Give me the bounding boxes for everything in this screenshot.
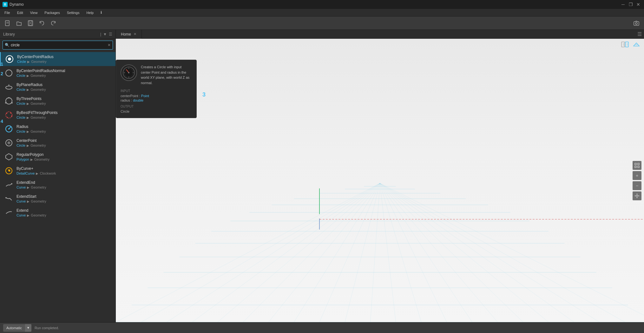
svg-line-68 [380,183,447,322]
result-name: Radius [16,124,46,129]
library-title: Library [3,32,15,37]
list-item[interactable]: ByBestFitThroughPoints Circle ▶ Geometry [0,108,115,122]
list-item[interactable]: RegularPolygon Polygon ▶ Geometry [0,150,115,164]
menu-view[interactable]: View [27,10,41,15]
result-info: Extend Curve ▶ Geometry [16,208,46,217]
result-icon [5,55,14,63]
result-icon [4,166,13,175]
list-item[interactable]: Extend Curve ▶ Geometry [0,206,115,220]
restore-button[interactable]: ❐ [628,1,634,8]
result-name: ByThreePoints [16,97,46,101]
svg-rect-6 [634,22,639,25]
menu-file[interactable]: File [1,10,13,15]
result-category: Circle ▶ Geometry [16,143,46,147]
filter-arrow-icon[interactable]: ▼ [103,32,107,37]
list-item[interactable]: ByThreePoints Circle ▶ Geometry [0,94,115,108]
zoom-out-button[interactable]: − [633,181,641,190]
result-info: CenterPoint Circle ▶ Geometry [16,138,46,147]
grid-3d: .grid-line { stroke: #5bc8e8; stroke-wid… [116,110,644,322]
menu-packages[interactable]: Packages [41,10,63,15]
svg-line-67 [380,183,421,322]
svg-point-16 [11,102,13,103]
category-link[interactable]: Curve [16,199,26,203]
minimize-button[interactable]: ─ [620,1,626,8]
list-item[interactable]: ByCurve+ DetailCurve ▶ Clockwork [0,164,115,178]
result-category: Curve ▶ Geometry [16,199,46,203]
fit-view-button[interactable] [633,161,641,170]
list-item[interactable]: ByPlaneRadius Circle ▶ Geometry [0,80,115,94]
result-info: ByPlaneRadius Circle ▶ Geometry [16,83,46,91]
svg-line-72 [380,183,549,322]
result-name: ByCenterPointRadius [17,55,54,59]
category-link[interactable]: Circle [16,88,25,91]
svg-line-69 [380,183,472,322]
list-item[interactable]: Radius Circle ▶ Geometry [0,122,115,136]
svg-rect-5 [29,23,32,25]
list-item[interactable]: CenterPoint Circle ▶ Geometry [0,136,115,150]
new-button[interactable] [3,18,13,28]
toolbar [0,17,644,30]
svg-rect-82 [635,166,636,168]
svg-line-65 [370,183,380,322]
list-item[interactable]: ExtendStart Curve ▶ Geometry [0,192,115,206]
result-icon [4,110,13,119]
title-bar-left: R Dynamo [3,2,24,7]
result-category: Circle ▶ Geometry [16,116,57,119]
menu-settings[interactable]: Settings [64,10,83,15]
svg-marker-28 [6,154,12,160]
result-name: CenterPoint [16,138,46,143]
list-item[interactable]: ExtendEnd Curve ▶ Geometry [0,178,115,192]
tooltip-param-radius: radius : double [121,98,192,102]
pan-button[interactable] [633,191,641,200]
category-link[interactable]: Circle [16,116,25,119]
menu-bar: File Edit View Packages Settings Help ℹ [0,9,644,17]
result-info: Radius Circle ▶ Geometry [16,124,46,133]
search-icon: 🔍 [5,43,10,47]
filter-icon[interactable]: | [100,32,101,37]
list-item[interactable]: ByCenterPointRadiusNormal Circle ▶ Geome… [0,66,115,80]
undo-button[interactable] [37,18,47,28]
category-link[interactable]: Circle [16,74,25,77]
tooltip-param-centerpoint: centerPoint : Point [121,94,192,98]
svg-line-66 [380,183,396,322]
app-title: Dynamo [10,2,24,7]
category-link[interactable]: Polygon [16,157,29,161]
category-link[interactable]: Circle [16,102,25,105]
list-view-icon[interactable]: ☰ [109,32,112,37]
menu-edit[interactable]: Edit [14,10,26,15]
category-link[interactable]: Curve [16,213,26,217]
view-2d-button[interactable] [620,40,630,49]
category-link[interactable]: Circle [16,130,25,133]
run-mode-selector[interactable]: Automatic ▼ [3,324,31,332]
tooltip-output-value: Circle [121,110,192,113]
open-button[interactable] [14,18,24,28]
clear-search-button[interactable]: ✕ [108,43,111,47]
category-link[interactable]: Circle [17,60,26,63]
camera-button[interactable] [631,18,641,28]
tab-menu-button[interactable]: ☰ [635,30,644,39]
category-link[interactable]: DetailCurve [16,171,35,175]
tab-home[interactable]: Home ✕ [116,30,142,39]
result-category: Circle ▶ Geometry [16,74,65,77]
svg-line-71 [380,183,523,322]
close-button[interactable]: ✕ [635,1,641,8]
menu-info[interactable]: ℹ [97,10,105,15]
redo-button[interactable] [48,18,58,28]
svg-line-58 [192,183,380,322]
category-geo: Geometry [31,213,46,217]
view-3d-button[interactable] [631,40,641,49]
status-text: Run completed. [35,326,59,330]
list-item[interactable]: ByCenterPointRadius Circle ▶ Geometry [0,52,115,66]
menu-help[interactable]: Help [83,10,97,15]
category-geo: Geometry [31,199,46,203]
category-link[interactable]: Circle [16,143,25,147]
svg-point-9 [8,57,11,61]
zoom-in-button[interactable]: + [633,171,641,180]
category-link[interactable]: Curve [16,185,26,189]
save-button[interactable] [25,18,36,28]
result-info: ByCurve+ DetailCurve ▶ Clockwork [16,166,56,175]
run-mode-arrow[interactable]: ▼ [25,324,31,332]
tab-close-button[interactable]: ✕ [134,32,136,36]
tooltip-popup: Creates a Circle with input center Point… [116,60,197,118]
search-input[interactable] [11,43,108,47]
